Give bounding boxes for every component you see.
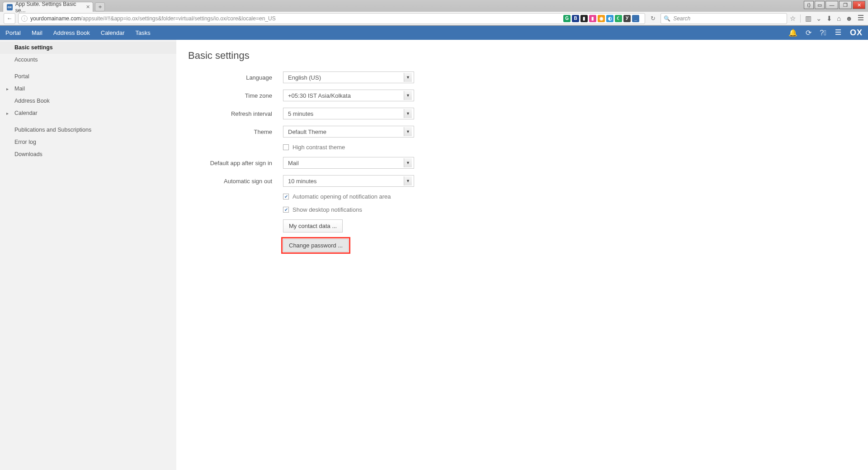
- extension-icons: GB▮▮◉◐☾У_: [563, 15, 642, 22]
- extension-icon[interactable]: ▮: [580, 15, 588, 22]
- sidebar-item-basic-settings[interactable]: Basic settings: [0, 42, 176, 54]
- bookmark-icon[interactable]: ☆: [790, 14, 796, 23]
- extension-icon[interactable]: _: [632, 15, 639, 22]
- language-value: English (US): [288, 74, 321, 81]
- chevron-down-icon: ▼: [404, 109, 412, 118]
- default-app-value: Mail: [288, 160, 299, 166]
- minimize-button[interactable]: —: [826, 1, 838, 9]
- language-select[interactable]: English (US) ▼: [283, 71, 414, 83]
- timezone-label: Time zone: [188, 92, 283, 99]
- url-domain: yourdomainame.com: [30, 15, 81, 22]
- language-label: Language: [188, 74, 283, 81]
- extension-icon[interactable]: ◐: [606, 15, 613, 22]
- notifications-icon[interactable]: 🔔: [788, 28, 797, 37]
- extension-icon[interactable]: B: [572, 15, 579, 22]
- browser-chrome: ox App Suite. Settings Basic se... ✕ ＋ ⟨…: [0, 0, 868, 26]
- back-button[interactable]: ←: [4, 13, 15, 24]
- nav-portal[interactable]: Portal: [5, 29, 21, 36]
- address-bar-row: ← i yourdomainame.com/appsuite/#!!&app=i…: [0, 12, 868, 25]
- theme-value: Default Theme: [288, 128, 326, 135]
- sidebar-item-portal[interactable]: Portal: [0, 71, 176, 83]
- download-icon[interactable]: ⬇: [826, 14, 832, 23]
- pocket-icon[interactable]: ⌄: [816, 14, 822, 23]
- ox-logo: OX: [850, 28, 863, 38]
- app-bar-right: 🔔 ⟳ ?⃝ OX: [788, 28, 863, 38]
- chevron-down-icon: ▼: [404, 91, 412, 100]
- window-extra2-button[interactable]: ▭: [815, 1, 825, 9]
- app-bar: PortalMailAddress BookCalendarTasks 🔔 ⟳ …: [0, 26, 868, 40]
- extension-icon[interactable]: G: [563, 15, 571, 22]
- theme-select[interactable]: Default Theme ▼: [283, 126, 414, 138]
- extension-icon[interactable]: ◉: [598, 15, 605, 22]
- change-password-button[interactable]: Change password ...: [283, 239, 349, 252]
- divider: [800, 14, 801, 23]
- sidebar-item-accounts[interactable]: Accounts: [0, 54, 176, 66]
- close-button[interactable]: ✕: [853, 1, 865, 9]
- browser-search-input[interactable]: 🔍 Search: [660, 13, 787, 24]
- nav-calendar[interactable]: Calendar: [101, 29, 125, 36]
- chevron-down-icon: ▼: [404, 158, 412, 167]
- chat-icon[interactable]: ☻: [845, 14, 853, 22]
- chevron-down-icon: ▼: [404, 73, 412, 82]
- auto-notif-checkbox[interactable]: [283, 194, 289, 199]
- desktop-notif-checkbox[interactable]: [283, 207, 289, 213]
- search-icon: 🔍: [664, 15, 670, 22]
- browser-toolbar-icons: ☆ ▥ ⌄ ⬇ ⌂ ☻: [790, 14, 864, 23]
- sidebar-item-mail[interactable]: Mail: [0, 83, 176, 95]
- auto-signout-label: Automatic sign out: [188, 178, 283, 185]
- refresh-value: 5 minutes: [288, 110, 313, 117]
- high-contrast-label: High contrast theme: [292, 144, 345, 151]
- default-app-label: Default app after sign in: [188, 160, 283, 166]
- window-controls: ⟨⟩ ▭ — ❐ ✕: [804, 1, 865, 9]
- nav-tasks[interactable]: Tasks: [136, 29, 151, 36]
- sidebar-item-address-book[interactable]: Address Book: [0, 95, 176, 107]
- settings-sidebar: Basic settingsAccountsPortalMailAddress …: [0, 40, 176, 470]
- sidebar-item-downloads[interactable]: Downloads: [0, 148, 176, 161]
- chevron-down-icon: ▼: [404, 127, 412, 136]
- high-contrast-checkbox[interactable]: [283, 144, 289, 150]
- auto-signout-select[interactable]: 10 minutes ▼: [283, 175, 414, 187]
- app-nav: PortalMailAddress BookCalendarTasks: [5, 29, 151, 36]
- close-icon[interactable]: ✕: [86, 4, 90, 10]
- home-icon[interactable]: ⌂: [837, 14, 841, 22]
- chevron-down-icon: ▼: [404, 176, 412, 185]
- main: Basic settingsAccountsPortalMailAddress …: [0, 40, 868, 470]
- theme-label: Theme: [188, 128, 283, 135]
- refresh-icon[interactable]: ⟳: [806, 28, 811, 37]
- extension-icon[interactable]: ▮: [589, 15, 596, 22]
- search-placeholder: Search: [673, 15, 690, 22]
- extension-icon[interactable]: У: [623, 15, 631, 22]
- tab-title: App Suite. Settings Basic se...: [15, 1, 82, 14]
- extension-icon[interactable]: ☾: [615, 15, 622, 22]
- url-input[interactable]: i yourdomainame.com/appsuite/#!!&app=io.…: [18, 13, 645, 24]
- auto-notif-label: Automatic opening of notification area: [292, 193, 391, 200]
- sidebar-gap: [0, 66, 176, 71]
- new-tab-button[interactable]: ＋: [95, 2, 105, 11]
- app-menu-button[interactable]: [835, 28, 842, 38]
- refresh-select[interactable]: 5 minutes ▼: [283, 108, 414, 119]
- page-title: Basic settings: [188, 50, 856, 62]
- browser-menu-button[interactable]: [857, 14, 864, 23]
- favicon-icon: ox: [7, 4, 13, 10]
- auto-signout-value: 10 minutes: [288, 178, 317, 185]
- default-app-select[interactable]: Mail ▼: [283, 157, 414, 169]
- sidebar-gap: [0, 119, 176, 124]
- my-contact-data-button[interactable]: My contact data ...: [283, 219, 343, 233]
- reload-button[interactable]: ↻: [648, 14, 658, 24]
- nav-address-book[interactable]: Address Book: [53, 29, 90, 36]
- nav-mail[interactable]: Mail: [32, 29, 42, 36]
- timezone-select[interactable]: +05:30 IST Asia/Kolkata ▼: [283, 90, 414, 101]
- sidebar-item-publications-and-subscriptions[interactable]: Publications and Subscriptions: [0, 124, 176, 136]
- url-path: /appsuite/#!!&app=io.ox/settings&folder=…: [81, 15, 276, 22]
- browser-tab[interactable]: ox App Suite. Settings Basic se... ✕: [3, 2, 93, 12]
- reader-icon[interactable]: ▥: [805, 14, 811, 23]
- help-icon[interactable]: ?⃝: [820, 29, 826, 37]
- site-info-icon[interactable]: i: [21, 15, 28, 22]
- timezone-value: +05:30 IST Asia/Kolkata: [288, 92, 351, 99]
- sidebar-item-error-log[interactable]: Error log: [0, 136, 176, 148]
- sidebar-item-calendar[interactable]: Calendar: [0, 107, 176, 119]
- window-extra1-button[interactable]: ⟨⟩: [804, 1, 814, 9]
- maximize-button[interactable]: ❐: [839, 1, 852, 9]
- desktop-notif-label: Show desktop notifications: [292, 206, 362, 213]
- settings-content: Basic settings Language English (US) ▼ T…: [176, 40, 868, 470]
